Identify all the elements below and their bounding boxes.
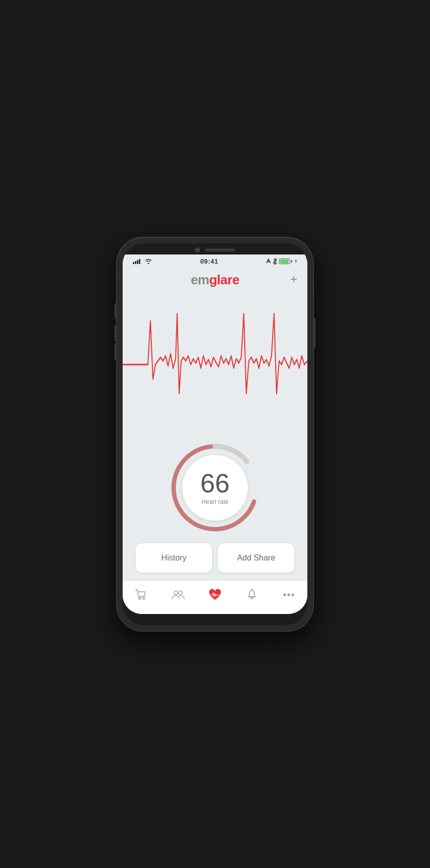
ecg-chart — [123, 292, 307, 437]
signal-bar-1 — [133, 262, 134, 264]
charging-icon — [294, 259, 297, 264]
svg-point-4 — [174, 591, 177, 594]
battery-indicator — [279, 259, 292, 264]
signal-bar-2 — [135, 261, 136, 264]
logo-highlight: glare — [209, 272, 239, 287]
tab-cart[interactable] — [128, 586, 154, 604]
speaker — [205, 248, 235, 251]
battery-fill — [280, 260, 289, 263]
gauge-area: 66 Heart rate — [123, 437, 307, 543]
bell-icon — [245, 588, 259, 602]
tab-notifications[interactable] — [239, 586, 265, 604]
more-icon — [282, 588, 296, 602]
status-left — [133, 258, 152, 264]
tab-group[interactable] — [165, 586, 191, 604]
status-bar: 09:41 — [123, 254, 307, 267]
wifi-icon — [144, 258, 152, 264]
tab-more[interactable] — [276, 586, 302, 604]
status-right — [266, 258, 297, 265]
heart-ecg-icon — [208, 588, 222, 602]
add-share-button[interactable]: Add Share — [218, 543, 294, 573]
svg-point-3 — [143, 597, 145, 599]
svg-point-10 — [292, 593, 294, 596]
bluetooth-icon — [273, 258, 277, 265]
camera — [195, 247, 200, 252]
status-time: 09:41 — [200, 258, 219, 265]
svg-point-8 — [284, 593, 286, 596]
screen: 09:41 — [123, 254, 307, 614]
gauge-container: 66 Heart rate — [170, 442, 260, 533]
svg-point-5 — [179, 591, 182, 594]
app-header: emglare + — [123, 267, 307, 292]
history-button[interactable]: History — [136, 543, 212, 573]
phone-device: 09:41 — [117, 237, 313, 631]
location-icon — [266, 258, 271, 264]
svg-point-9 — [288, 593, 290, 596]
tab-bar — [123, 580, 307, 614]
svg-point-2 — [139, 597, 141, 599]
phone-inner: 09:41 — [123, 243, 307, 625]
app-logo: emglare — [191, 272, 239, 288]
signal-bar-4 — [139, 259, 140, 264]
signal-bars-icon — [133, 258, 140, 264]
battery-body — [279, 259, 290, 264]
signal-bar-3 — [137, 260, 138, 264]
heart-rate-label: Heart rate — [201, 498, 228, 505]
gauge-inner: 66 Heart rate — [182, 455, 248, 521]
cart-icon — [134, 588, 148, 602]
logo-prefix: em — [191, 272, 209, 287]
ecg-area — [123, 292, 307, 437]
phone-top-bar — [123, 243, 307, 254]
group-icon — [171, 588, 185, 602]
heart-rate-value: 66 — [200, 470, 230, 496]
add-button[interactable]: + — [290, 273, 297, 285]
battery-tip — [291, 260, 292, 263]
action-buttons: History Add Share — [123, 543, 307, 580]
tab-heart[interactable] — [202, 586, 228, 604]
